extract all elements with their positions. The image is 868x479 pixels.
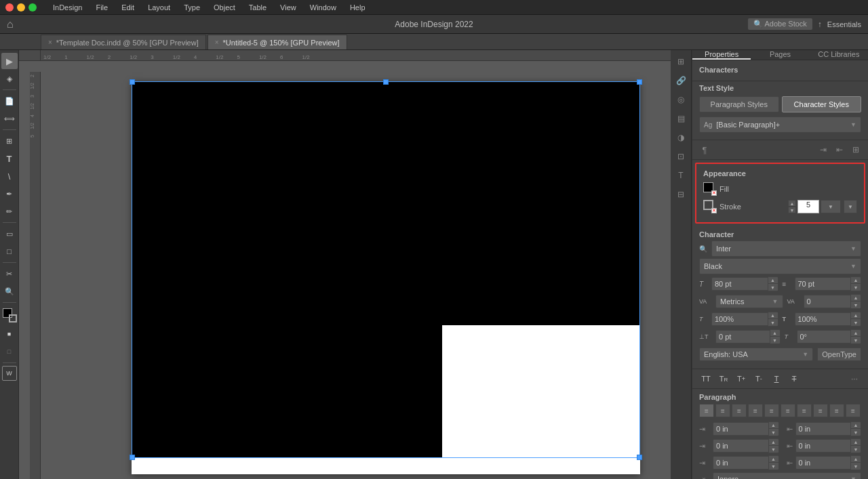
indent-right-1-down[interactable]: ▼ (851, 429, 861, 436)
stroke-up[interactable]: ▲ (788, 200, 796, 207)
language-dropdown[interactable]: English: USA ▼ (699, 348, 813, 361)
align-left-2-btn[interactable]: ≡ (781, 404, 795, 417)
indent-left-2-input[interactable]: 0 in (713, 439, 768, 453)
fill-swatch-icon[interactable]: ✕ (703, 182, 717, 196)
stroke-unit-dropdown[interactable]: ▼ (821, 200, 841, 213)
char-style-tline[interactable]: T (770, 372, 783, 386)
links-icon[interactable]: 🔗 (673, 73, 688, 88)
align-right-btn[interactable]: ≡ (732, 404, 747, 417)
align-justify-btn[interactable]: ≡ (748, 404, 763, 417)
indent-right-3-up[interactable]: ▲ (851, 456, 861, 463)
swatches-icon[interactable]: ▤ (673, 111, 688, 126)
char-style-tsup[interactable]: T+ (734, 372, 748, 386)
tab-cc-libraries[interactable]: CC Libraries (810, 50, 868, 60)
indent-left-1-up[interactable]: ▲ (769, 422, 778, 429)
rectangle-tool[interactable]: □ (1, 243, 18, 259)
kerning-dropdown[interactable]: Metrics ▼ (715, 295, 783, 308)
align-left-3-btn[interactable]: ≡ (797, 404, 812, 417)
char-style-tsub[interactable]: T- (752, 372, 766, 386)
menu-type[interactable]: Type (181, 2, 203, 13)
tracking-up[interactable]: ▲ (851, 295, 861, 301)
zoom-tool[interactable]: 🔍 (1, 283, 18, 299)
indent-right-2-down[interactable]: ▼ (851, 446, 861, 453)
pencil-tool[interactable]: ✏ (1, 203, 18, 220)
align-justify-2-btn[interactable]: ≡ (846, 404, 861, 417)
font-style-dropdown[interactable]: Black ▼ (699, 258, 861, 274)
line-tool[interactable]: \ (1, 168, 18, 184)
tab-untitled[interactable]: × *Untitled-5 @ 150% [GPU Preview] (208, 35, 347, 49)
align-right-2-btn[interactable]: ≡ (829, 404, 844, 417)
black-shape-top[interactable] (132, 81, 640, 325)
stroke-swatch-icon[interactable]: ✕ (703, 200, 717, 213)
panel-icon-align-center[interactable]: ⇤ (833, 143, 846, 157)
indent-left-3-down[interactable]: ▼ (769, 463, 778, 470)
align-center-btn[interactable]: ≡ (715, 404, 730, 417)
menu-view[interactable]: View (277, 2, 299, 13)
indent-left-2-up[interactable]: ▲ (769, 439, 778, 446)
char-style-tr[interactable]: Tr (717, 372, 730, 386)
preview-mode[interactable]: W (2, 366, 17, 381)
ignore-dropdown[interactable]: Ignore ▼ (713, 472, 861, 479)
menu-indesign[interactable]: InDesign (50, 2, 85, 13)
indent-right-3-down[interactable]: ▼ (851, 463, 861, 470)
font-name-dropdown[interactable]: Inter ▼ (711, 241, 861, 257)
baseline-down[interactable]: ▼ (770, 337, 780, 343)
type-tool[interactable]: T (1, 150, 18, 167)
baseline-up[interactable]: ▲ (770, 330, 780, 337)
menu-table[interactable]: Table (246, 2, 269, 13)
style-dropdown[interactable]: Ag [Basic Paragraph]+ ▼ (699, 117, 861, 133)
stroke-type-dropdown[interactable]: ▼ (844, 200, 857, 213)
paragraph-styles-btn[interactable]: Paragraph Styles (699, 96, 779, 112)
char-style-tt[interactable]: TT (699, 372, 713, 386)
workspace-label[interactable]: Essentials (827, 20, 861, 28)
home-icon[interactable]: ⌂ (7, 18, 14, 30)
scale-v-down[interactable]: ▼ (851, 319, 861, 326)
character-styles-btn[interactable]: Character Styles (782, 96, 862, 112)
find-change-icon[interactable]: T (673, 168, 688, 183)
skew-up[interactable]: ▲ (851, 330, 861, 337)
scale-h-input[interactable]: 100% (711, 312, 768, 326)
tab-properties[interactable]: Properties (692, 50, 751, 60)
skew-input[interactable]: 0° (797, 330, 851, 343)
scale-v-up[interactable]: ▲ (851, 312, 861, 319)
indent-left-3-input[interactable]: 0 in (713, 456, 768, 470)
tab-template[interactable]: × *Template Doc.indd @ 50% [GPU Preview] (41, 35, 206, 49)
page-tool[interactable]: 📄 (1, 93, 18, 109)
indent-left-2-down[interactable]: ▼ (769, 446, 778, 453)
transform-icon[interactable]: ⊞ (673, 54, 688, 69)
indent-right-3-input[interactable]: 0 in (795, 456, 851, 470)
maximize-button[interactable] (28, 3, 37, 12)
menu-edit[interactable]: Edit (119, 2, 137, 13)
font-size-up[interactable]: ▲ (768, 277, 778, 284)
char-style-tstrike[interactable]: T (787, 372, 801, 386)
extra-icon[interactable]: ⊟ (673, 187, 688, 202)
scissors-tool[interactable]: ✂ (1, 266, 18, 282)
content-collect-tool[interactable]: ⊞ (1, 133, 18, 149)
direct-select-tool[interactable]: ◈ (1, 70, 18, 87)
effects-icon[interactable]: ◑ (673, 130, 688, 145)
pen-tool[interactable]: ✒ (1, 186, 18, 202)
menu-file[interactable]: File (93, 2, 111, 13)
tracking-input[interactable]: 0 (804, 295, 851, 308)
skew-down[interactable]: ▼ (851, 337, 861, 343)
indent-right-1-up[interactable]: ▲ (851, 422, 861, 429)
tab-close-1[interactable]: × (48, 39, 52, 46)
handle-bot-right[interactable] (637, 455, 642, 460)
tab-close-2[interactable]: × (215, 39, 219, 46)
text-wrap-icon[interactable]: ⊡ (673, 149, 688, 164)
close-button[interactable] (5, 3, 14, 12)
indent-right-2-up[interactable]: ▲ (851, 439, 861, 446)
leading-down[interactable]: ▼ (851, 284, 861, 291)
baseline-input[interactable]: 0 pt (715, 330, 770, 343)
menu-window[interactable]: Window (307, 2, 339, 13)
leading-up[interactable]: ▲ (851, 277, 861, 284)
scale-h-down[interactable]: ▼ (768, 319, 778, 326)
panel-icon-align-left[interactable]: ⇥ (816, 143, 830, 157)
panel-icon-settings[interactable]: ⊞ (849, 143, 863, 157)
apply-stroke[interactable]: □ (1, 343, 18, 360)
align-center-2-btn[interactable]: ≡ (813, 404, 828, 417)
menu-help[interactable]: Help (347, 2, 368, 13)
stroke-down[interactable]: ▼ (788, 207, 796, 213)
panel-icon-para[interactable]: ¶ (698, 143, 711, 157)
align-justify-all-btn[interactable]: ≡ (764, 404, 779, 417)
